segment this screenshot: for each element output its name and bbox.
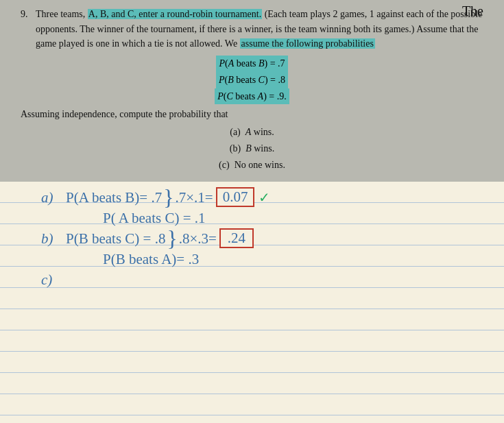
answer-box-b: .24: [219, 228, 254, 248]
part-c-label: (c) No one wins.: [21, 157, 483, 173]
part-b-label-hw: b): [41, 228, 66, 249]
part-a-calc: .7×.1=: [176, 187, 213, 208]
part-a-label-hw: a): [41, 187, 66, 208]
part-b-prob2: P(B beats A)= .3: [103, 249, 199, 269]
answer-box-a: 0.07: [216, 187, 255, 207]
independence-text: Assuming independence, compute the proba…: [21, 107, 483, 121]
corner-text: The: [462, 3, 483, 19]
part-a-prob1: P(A beats B)= .7: [66, 187, 162, 208]
part-b-label: (b) B wins.: [21, 141, 483, 157]
printed-section: The 9. Three teams, A, B, and C, enter a…: [0, 0, 504, 182]
checkmark-a: ✓: [259, 187, 270, 208]
hw-part-c-line1: c): [41, 269, 490, 290]
hw-part-a-line1: a) P(A beats B)= .7 } .7×.1= 0.07 ✓: [41, 187, 490, 208]
problem-text: Three teams, A, B, and C, enter a round-…: [36, 7, 483, 51]
hw-part-a-line2: P( A beats C) = .1: [41, 208, 490, 228]
problem-number: 9.: [21, 7, 36, 21]
handwritten-content: a) P(A beats B)= .7 } .7×.1= 0.07 ✓ P( A…: [0, 182, 504, 295]
part-a-prob2: P( A beats C) = .1: [103, 208, 206, 228]
problem-row: 9. Three teams, A, B, and C, enter a rou…: [21, 7, 483, 51]
part-c-label-hw: c): [41, 269, 66, 290]
part-b-prob1: P(B beats C) = .8: [66, 228, 165, 249]
parts-block: (a) A wins. (b) B wins. (c) No one wins.: [21, 124, 483, 173]
part-b-calc: .8×.3=: [179, 228, 217, 249]
hw-part-b-line2: P(B beats A)= .3: [41, 249, 490, 269]
handwritten-section: a) P(A beats B)= .7 } .7×.1= 0.07 ✓ P( A…: [0, 182, 504, 423]
probabilities-block: P(A beats B) = .7 P(B beats C) = .8 P(C …: [21, 56, 483, 104]
page-container: The 9. Three teams, A, B, and C, enter a…: [0, 0, 504, 423]
hw-part-b-line1: b) P(B beats C) = .8 } .8×.3= .24: [41, 228, 490, 249]
part-a-label: (a) A wins.: [21, 124, 483, 141]
